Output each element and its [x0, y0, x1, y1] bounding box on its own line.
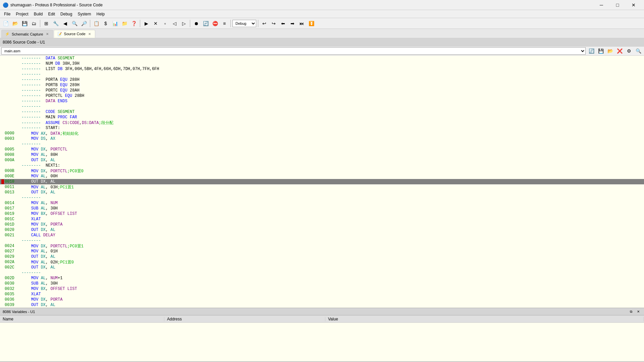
code-line[interactable]: -------- LIST DB 3FH,06H,5BH,4FH,66H,6DH…: [0, 66, 644, 72]
tb-tool5[interactable]: 🔎: [79, 19, 88, 28]
variables-float-btn[interactable]: ⧉: [628, 309, 634, 315]
maximize-button[interactable]: □: [610, 0, 625, 10]
code-line[interactable]: 0021 CALL DELAY: [0, 233, 644, 238]
code-editor[interactable]: -------- DATA SEGMENT-------- NUM DB 38H…: [0, 56, 644, 308]
tb-open[interactable]: 📂: [11, 19, 19, 28]
menu-help[interactable]: Help: [94, 11, 107, 17]
code-line[interactable]: 0017 SUB AL, 30H: [0, 206, 644, 211]
menu-edit[interactable]: Edit: [45, 11, 58, 17]
code-line[interactable]: 0003 MOV DS, AX: [0, 136, 644, 141]
tb-tool1[interactable]: ⊞: [42, 19, 51, 28]
tb-step-over[interactable]: ⏭: [298, 19, 306, 28]
code-line[interactable]: 0020 OUT DX, AL: [0, 227, 644, 233]
tb-tool7[interactable]: $: [101, 19, 110, 28]
tb-run2[interactable]: ✕: [151, 19, 160, 28]
tb-step-fwd[interactable]: ➡: [288, 19, 297, 28]
code-line[interactable]: 0011 MOV AL, 03H;PC1置1: [0, 184, 644, 190]
code-line[interactable]: -------- DATA ENDS: [0, 99, 644, 104]
code-line[interactable]: 000B MOV DX, PORTCTL;PC0置0: [0, 168, 644, 174]
minimize-button[interactable]: ─: [594, 0, 609, 10]
code-line[interactable]: --------: [0, 72, 644, 77]
file-close-btn[interactable]: ❌: [615, 47, 624, 55]
menu-project[interactable]: Project: [13, 11, 31, 17]
tb-run4[interactable]: ◁: [170, 19, 179, 28]
tb-dbg1[interactable]: ⏺: [192, 19, 201, 28]
code-line[interactable]: 001C XLAT: [0, 217, 644, 222]
code-line[interactable]: 0010 OUT DX, AL: [0, 179, 644, 184]
code-line[interactable]: -------- PORTA EQU 288H: [0, 77, 644, 82]
code-line[interactable]: --------: [0, 104, 644, 109]
tb-run5[interactable]: ▷: [179, 19, 188, 28]
tb-tool8[interactable]: 📊: [111, 19, 119, 28]
tb-step-into[interactable]: ⏬: [307, 19, 316, 28]
file-config-btn[interactable]: ⚙: [625, 47, 633, 55]
tab-schematic[interactable]: ⚡ Schematic Capture ✕: [1, 30, 53, 38]
code-line[interactable]: 0032 MOV BX, OFFSET LIST: [0, 286, 644, 292]
schematic-tab-close[interactable]: ✕: [45, 32, 49, 36]
code-line[interactable]: -------- ASSUME CS:CODE,DS:DATA;段分配: [0, 120, 644, 125]
code-line[interactable]: 0030 SUB AL, 30H: [0, 281, 644, 286]
code-line[interactable]: 000E MOV AL, 00H: [0, 174, 644, 179]
code-line[interactable]: -------- PORTCTL EQU 28BH: [0, 93, 644, 99]
tab-source[interactable]: 📝 Source Code ✕: [54, 30, 95, 38]
tb-redo[interactable]: ↪: [269, 19, 278, 28]
code-line[interactable]: 0013 OUT DX, AL: [0, 190, 644, 195]
tb-step-back[interactable]: ⬅: [279, 19, 287, 28]
source-tab-close[interactable]: ✕: [88, 32, 92, 36]
code-line[interactable]: 002A MOV AL, 02H;PC1置0: [0, 259, 644, 265]
file-refresh-btn[interactable]: 🔄: [587, 47, 596, 55]
code-line[interactable]: 0024 MOV DX, PORTCTL;PC0置1: [0, 243, 644, 249]
code-line[interactable]: 000A OUT DX, AL: [0, 158, 644, 163]
tb-help[interactable]: ❓: [129, 19, 138, 28]
code-line[interactable]: -------- CODE SEGMENT: [0, 109, 644, 115]
code-line[interactable]: -------- START:: [0, 125, 644, 131]
code-line[interactable]: --------: [0, 195, 644, 200]
tb-save-all[interactable]: 🗂: [30, 19, 38, 28]
tb-undo[interactable]: ↩: [260, 19, 269, 28]
debug-mode-select[interactable]: Debug Release: [232, 20, 256, 27]
tb-dbg2[interactable]: 🔄: [201, 19, 210, 28]
tb-dbg4[interactable]: ≡: [220, 19, 229, 28]
code-line[interactable]: --------: [0, 270, 644, 276]
tb-dbg3[interactable]: ⛔: [211, 19, 219, 28]
tb-run1[interactable]: ▶: [142, 19, 151, 28]
code-line[interactable]: -------- PORTC EQU 28AH: [0, 88, 644, 93]
tb-tool3[interactable]: ◀: [61, 19, 69, 28]
code-line[interactable]: 0029 OUT DX, AL: [0, 254, 644, 259]
tb-tool2[interactable]: 🔧: [51, 19, 60, 28]
code-line[interactable]: 001D MOV DX, PORTA: [0, 222, 644, 227]
code-line[interactable]: --------: [0, 141, 644, 147]
file-open-btn[interactable]: 📂: [606, 47, 614, 55]
code-line[interactable]: 0036 MOV DX, PORTA: [0, 297, 644, 302]
file-save-btn[interactable]: 💾: [596, 47, 605, 55]
code-line[interactable]: -------- NUM DB 38H,39H: [0, 61, 644, 66]
menu-file[interactable]: File: [1, 11, 13, 17]
menu-build[interactable]: Build: [31, 11, 46, 17]
code-line[interactable]: 0005 MOV DX, PORTCTL: [0, 147, 644, 152]
code-line[interactable]: 0008 MOV AL, 80H: [0, 152, 644, 158]
code-line[interactable]: 0019 MOV BX, OFFSET LIST: [0, 211, 644, 217]
menu-system[interactable]: System: [75, 11, 94, 17]
code-line[interactable]: 0000 MOV AX, DATA;初始始化: [0, 131, 644, 136]
code-line[interactable]: 002C OUT DX, AL: [0, 265, 644, 270]
file-debug-btn[interactable]: 🔍: [634, 47, 643, 55]
code-line[interactable]: -------- NEXT1:: [0, 163, 644, 168]
code-line[interactable]: 0014 MOV AL, NUM: [0, 200, 644, 206]
variables-close-btn[interactable]: ✕: [635, 309, 641, 315]
tb-tool9[interactable]: 📁: [120, 19, 129, 28]
code-line[interactable]: 0027 MOV AL, 01H: [0, 249, 644, 254]
code-line[interactable]: -------- PORTB EQU 289H: [0, 82, 644, 88]
menu-debug[interactable]: Debug: [58, 11, 75, 17]
file-selector[interactable]: main.asm: [1, 47, 586, 55]
tb-tool4[interactable]: 🔍: [70, 19, 79, 28]
code-line[interactable]: 002D MOV AL, NUM+1: [0, 276, 644, 281]
code-line[interactable]: -------- MAIN PROC FAR: [0, 115, 644, 120]
close-button[interactable]: ✕: [626, 0, 641, 10]
tb-save[interactable]: 💾: [20, 19, 29, 28]
tb-tool6[interactable]: 📋: [92, 19, 101, 28]
code-line[interactable]: 0035 XLAT: [0, 292, 644, 297]
code-line[interactable]: --------: [0, 238, 644, 243]
tb-new[interactable]: 📄: [1, 19, 10, 28]
code-line[interactable]: -------- DATA SEGMENT: [0, 56, 644, 61]
tb-run3[interactable]: ▫: [161, 19, 169, 28]
